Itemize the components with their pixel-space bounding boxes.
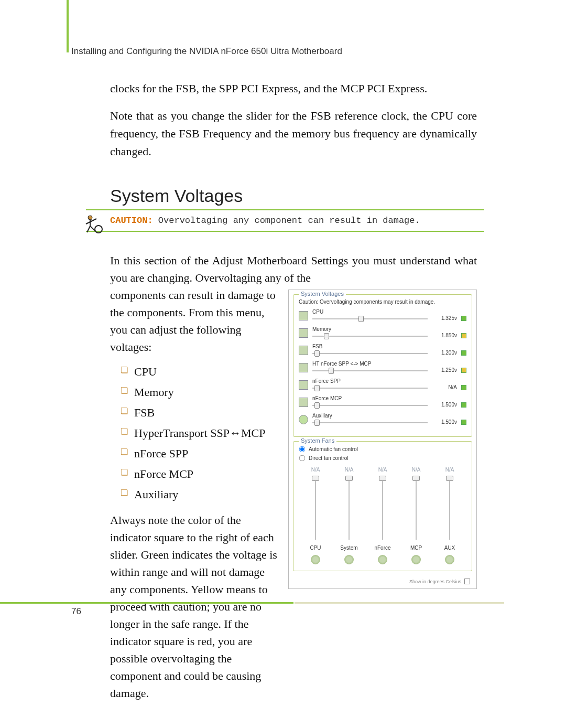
ht-icon (299, 363, 308, 372)
voltage-row: Auxiliary 1.500v (299, 413, 466, 426)
bullet-item: nForce MCP (121, 465, 278, 483)
voltage-slider[interactable] (312, 333, 428, 339)
status-indicator (461, 333, 466, 338)
voltage-slider[interactable] (312, 350, 428, 357)
status-indicator (461, 402, 466, 408)
panel-caution-text: Caution: Overvoltaging components may re… (299, 299, 466, 305)
system-fans-fieldset: System Fans Automatic fan control Direct… (293, 441, 472, 571)
svg-line-2 (86, 222, 90, 224)
voltage-row: FSB 1.200v (299, 344, 466, 357)
bullet-item: nForce SPP (121, 445, 278, 462)
caution-body: Overvoltaging any component can result i… (153, 216, 420, 226)
fan-name-label: MCP (403, 545, 429, 551)
voltage-value: 1.200v (432, 344, 457, 356)
fan-name-label: CPU (302, 545, 329, 551)
section-intro-full: In this section of the Adjust Motherboar… (110, 252, 477, 286)
fan-name-label: AUX (437, 545, 463, 551)
fan-name-label: System (336, 545, 362, 551)
voltage-row: CPU 1.325v (299, 309, 466, 322)
voltage-slider[interactable] (312, 385, 428, 391)
fan-icon (445, 555, 454, 564)
automatic-fan-radio[interactable] (299, 446, 306, 453)
celsius-label: Show in degrees Celsius (409, 579, 461, 584)
footer-green-rule (0, 602, 293, 604)
bullet-item: Memory (121, 383, 278, 401)
voltage-value: 1.500v (432, 413, 457, 425)
fan-slider[interactable] (416, 477, 417, 540)
fan-slider[interactable] (349, 477, 350, 540)
fan-column: N/A CPU (302, 467, 329, 564)
voltage-slider[interactable] (312, 402, 428, 409)
direct-fan-label: Direct fan control (309, 455, 349, 461)
fsb-icon (299, 346, 308, 355)
voltage-row: nForce SPP N/A (299, 378, 466, 391)
voltage-value: 1.250v (432, 361, 457, 373)
fan-name-label: nForce (369, 545, 396, 551)
svg-point-6 (95, 226, 102, 233)
fan-slider[interactable] (382, 477, 383, 540)
celsius-row: Show in degrees Celsius (289, 575, 476, 588)
voltage-label: HT nForce SPP <-> MCP (312, 361, 428, 367)
status-indicator (461, 420, 466, 425)
voltages-fieldset: System Voltages Caution: Overvoltaging c… (293, 294, 472, 437)
fan-slider[interactable] (315, 477, 316, 540)
fan-slider[interactable] (449, 477, 450, 540)
caution-rule (86, 231, 484, 232)
voltage-bullet-list: CPU Memory FSB HyperTransport SSP↔MCP nF… (110, 363, 278, 503)
fan-column: N/A nForce (369, 467, 396, 564)
voltage-label: nForce SPP (312, 378, 428, 384)
fan-column: N/A MCP (403, 467, 429, 564)
status-indicator (461, 316, 466, 321)
voltage-label: Memory (312, 326, 428, 332)
section-heading: System Voltages (110, 186, 477, 206)
after-list-para: Always note the color of the indicator s… (110, 511, 278, 702)
intro-para-1: clocks for the FSB, the SPP PCI Express,… (110, 80, 477, 98)
status-indicator (461, 368, 466, 373)
fan-na-label: N/A (369, 467, 396, 473)
intro-para-2: Note that as you change the slider for t… (110, 107, 477, 160)
voltage-slider[interactable] (312, 420, 428, 426)
voltage-label: FSB (312, 344, 428, 349)
status-indicator (461, 385, 466, 390)
bullet-item: Auxiliary (121, 486, 278, 503)
voltage-slider[interactable] (312, 316, 428, 322)
mcp-icon (299, 398, 308, 407)
cpu-icon (299, 311, 308, 320)
page-number: 76 (71, 606, 81, 617)
bullet-item: HyperTransport SSP↔MCP (121, 424, 278, 442)
footer-tan-rule (295, 602, 504, 604)
sidebar-green-rule (67, 0, 69, 52)
fan-na-label: N/A (403, 467, 429, 473)
svg-point-0 (88, 216, 92, 220)
fans-legend: System Fans (299, 437, 336, 444)
fan-icon (411, 555, 421, 564)
voltage-label: nForce MCP (312, 395, 428, 401)
memory-icon (299, 328, 308, 338)
voltage-value: N/A (432, 378, 457, 390)
status-indicator (461, 350, 466, 356)
running-header: Installing and Configuring the NVIDIA nF… (71, 46, 342, 57)
fan-column: N/A System (336, 467, 362, 564)
fan-na-label: N/A (336, 467, 362, 473)
svg-line-4 (87, 226, 90, 232)
voltage-value: 1.850v (432, 326, 457, 338)
caution-line: CAUTION: Overvoltaging any component can… (110, 216, 420, 226)
voltage-slider[interactable] (312, 368, 428, 374)
heading-rule (86, 209, 484, 210)
bullet-item: CPU (121, 363, 278, 380)
fan-icon (344, 555, 354, 564)
spp-icon (299, 380, 308, 390)
bullet-item: FSB (121, 404, 278, 421)
system-voltages-panel: System Voltages Caution: Overvoltaging c… (288, 290, 477, 589)
celsius-checkbox[interactable] (464, 579, 470, 584)
voltage-label: Auxiliary (312, 413, 428, 419)
aux-icon (299, 415, 308, 424)
fan-column: N/A AUX (437, 467, 463, 564)
fan-icon (311, 555, 320, 564)
voltage-row: HT nForce SPP <-> MCP 1.250v (299, 361, 466, 374)
fan-na-label: N/A (302, 467, 329, 473)
section-intro-cont: components can result in damage to the c… (110, 286, 278, 356)
voltage-row: nForce MCP 1.500v (299, 395, 466, 409)
direct-fan-radio[interactable] (299, 455, 306, 462)
voltage-label: CPU (312, 309, 428, 315)
